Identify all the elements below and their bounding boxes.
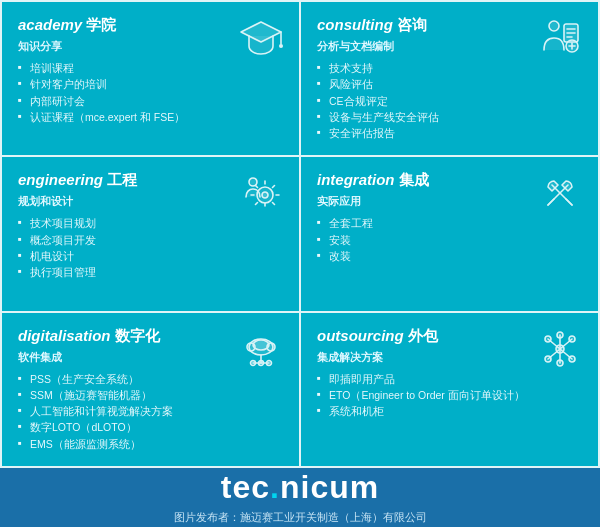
list-item: 概念项目开发: [18, 232, 283, 248]
svg-line-33: [560, 339, 572, 349]
svg-point-12: [262, 192, 268, 198]
list-item: ETO（Engineer to Order 面向订单设计）: [317, 387, 582, 403]
brand-dot: .: [270, 469, 280, 505]
engineering-list: 技术项目规划 概念项目开发 机电设计 执行项目管理: [18, 215, 283, 280]
footer-subtitle: 图片发布者：施迈赛工业开关制造（上海）有限公司: [174, 510, 427, 525]
list-item: 全套工程: [317, 215, 582, 231]
list-item: 技术支持: [317, 60, 582, 76]
svg-point-24: [267, 360, 272, 365]
academy-list: 培训课程 针对客户的培训 内部研讨会 认证课程（mce.expert 和 FSE…: [18, 60, 283, 125]
footer: tec.nicum 图片发布者：施迈赛工业开关制造（上海）有限公司: [0, 468, 600, 527]
svg-line-32: [548, 339, 560, 349]
list-item: 设备与生产线安全评估: [317, 109, 582, 125]
card-integration: integration 集成 实际应用 全套工程 安装 改装: [301, 157, 598, 310]
card-engineering: engineering 工程 规划和设计 技术项目规划 概念项目开发 机电设计 …: [2, 157, 299, 310]
list-item: 人工智能和计算视觉解决方案: [18, 403, 283, 419]
list-item: 执行项目管理: [18, 264, 283, 280]
card-academy: academy 学院 知识分享 培训课程 针对客户的培训 内部研讨会 认证课程（…: [2, 2, 299, 155]
svg-point-19: [253, 340, 269, 350]
list-item: CE合规评定: [317, 93, 582, 109]
list-item: 改装: [317, 248, 582, 264]
list-item: 技术项目规划: [18, 215, 283, 231]
digital-icon: [237, 325, 285, 377]
svg-point-3: [549, 21, 559, 31]
svg-line-14: [548, 199, 554, 205]
card-outsourcing: outsourcing 外包 集成解决方案 即插即用产品 ETO（Enginee…: [301, 313, 598, 466]
academy-icon: [237, 14, 285, 66]
integration-list: 全套工程 安装 改装: [317, 215, 582, 264]
list-item: 针对客户的培训: [18, 76, 283, 92]
list-item: 系统和机柜: [317, 403, 582, 419]
list-item: 认证课程（mce.expert 和 FSE）: [18, 109, 283, 125]
brand-logo: tec.nicum: [221, 469, 379, 506]
consulting-icon: [536, 14, 584, 66]
digitalisation-list: PSS（生产安全系统） SSM（施迈赛智能机器） 人工智能和计算视觉解决方案 数…: [18, 371, 283, 452]
grid-area: academy 学院 知识分享 培训课程 针对客户的培训 内部研讨会 认证课程（…: [0, 0, 600, 468]
brand-part1: tec: [221, 469, 270, 505]
list-item: SSM（施迈赛智能机器）: [18, 387, 283, 403]
card-consulting: consulting 咨询 分析与文档编制 技术支持 风险评估 CE合规评定 设…: [301, 2, 598, 155]
engineering-icon: [237, 169, 285, 221]
outsourcing-icon: [536, 325, 584, 377]
svg-point-13: [249, 178, 257, 186]
svg-point-2: [279, 44, 283, 48]
list-item: 机电设计: [18, 248, 283, 264]
list-item: 数字LOTO（dLOTO）: [18, 419, 283, 435]
list-item: 即插即用产品: [317, 371, 582, 387]
card-digitalisation: digitalisation 数字化 软件集成 PSS（生产安全系统） SSM（…: [2, 313, 299, 466]
svg-point-22: [251, 360, 256, 365]
outsourcing-list: 即插即用产品 ETO（Engineer to Order 面向订单设计） 系统和…: [317, 371, 582, 420]
svg-point-23: [259, 360, 264, 365]
list-item: EMS（能源监测系统）: [18, 436, 283, 452]
list-item: PSS（生产安全系统）: [18, 371, 283, 387]
list-item: 安全评估报告: [317, 125, 582, 141]
list-item: 风险评估: [317, 76, 582, 92]
list-item: 安装: [317, 232, 582, 248]
svg-line-35: [560, 349, 572, 359]
list-item: 培训课程: [18, 60, 283, 76]
svg-line-15: [566, 199, 572, 205]
main-container: academy 学院 知识分享 培训课程 针对客户的培训 内部研讨会 认证课程（…: [0, 0, 600, 527]
brand-part2: nicum: [280, 469, 379, 505]
integration-icon: [536, 169, 584, 221]
consulting-list: 技术支持 风险评估 CE合规评定 设备与生产线安全评估 安全评估报告: [317, 60, 582, 141]
list-item: 内部研讨会: [18, 93, 283, 109]
svg-line-34: [548, 349, 560, 359]
